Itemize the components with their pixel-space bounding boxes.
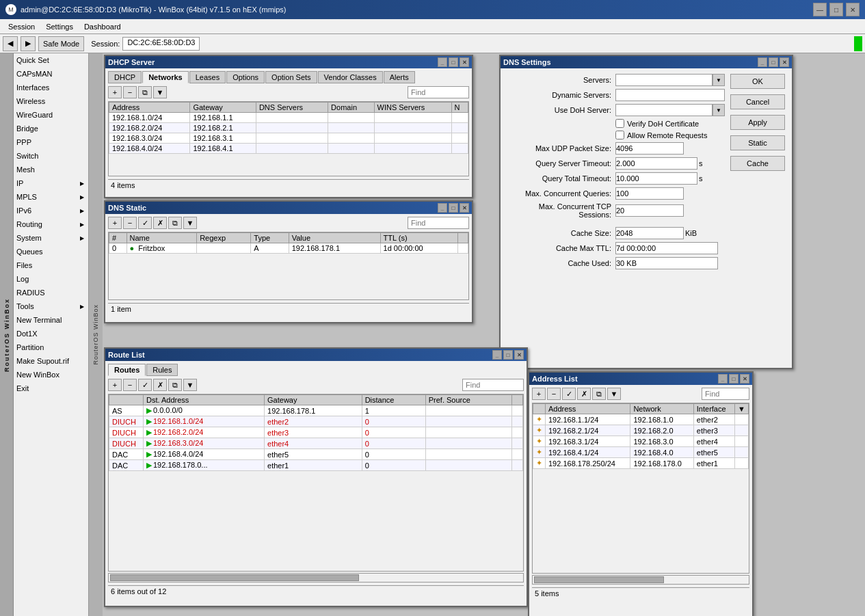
static-button[interactable]: Static [730, 135, 785, 150]
tab-options[interactable]: Options [226, 71, 265, 83]
table-row[interactable]: 192.168.2.0/24 192.168.2.1 [109, 123, 468, 133]
table-row[interactable]: DIUCH ▶192.168.3.0/24 ether4 0 [109, 438, 523, 449]
menu-settings[interactable]: Settings [40, 21, 79, 32]
max-concurrent-tcp-input[interactable] [615, 204, 684, 217]
dhcp-close-btn[interactable]: ✕ [460, 57, 469, 67]
verify-doh-checkbox[interactable] [615, 119, 624, 128]
addr-maximize-btn[interactable]: □ [729, 374, 738, 384]
table-row[interactable]: ✦ 192.168.1.1/24 192.168.1.0 ether2 [533, 414, 749, 425]
dns-settings-close-btn[interactable]: ✕ [780, 57, 789, 67]
col-type[interactable] [109, 395, 144, 405]
col-name[interactable]: Name [127, 233, 197, 243]
dhcp-copy-btn[interactable]: ⧉ [138, 86, 152, 98]
table-row[interactable]: ✦ 192.168.2.1/24 192.168.2.0 ether3 [533, 425, 749, 436]
table-row[interactable]: ✦ 192.168.178.250/24 192.168.178.0 ether… [533, 458, 749, 469]
table-row[interactable]: ✦ 192.168.3.1/24 192.168.3.0 ether4 [533, 436, 749, 447]
addr-disable-btn[interactable]: ✗ [577, 388, 591, 400]
query-timeout-input[interactable] [615, 157, 697, 170]
tab-rules[interactable]: Rules [146, 364, 178, 376]
address-list-titlebar[interactable]: Address List _ □ ✕ [529, 373, 752, 385]
servers-dropdown[interactable]: ▼ [713, 74, 725, 86]
addr-remove-btn[interactable]: − [547, 388, 561, 400]
col-gateway[interactable]: Gateway [190, 103, 256, 113]
apply-button[interactable]: Apply [730, 115, 785, 130]
route-close-btn[interactable]: ✕ [514, 350, 524, 360]
table-row[interactable]: DAC ▶192.168.4.0/24 ether5 0 [109, 449, 523, 460]
tab-alerts[interactable]: Alerts [384, 71, 415, 83]
table-row[interactable]: ✦ 192.168.4.1/24 192.168.4.0 ether5 [533, 447, 749, 458]
tab-networks[interactable]: Networks [142, 71, 189, 83]
back-button[interactable]: ◀ [3, 36, 18, 51]
forward-button[interactable]: ▶ [21, 36, 36, 51]
servers-input[interactable] [615, 74, 713, 86]
col-addr-dropdown[interactable]: ▼ [735, 404, 749, 414]
menu-dashboard[interactable]: Dashboard [79, 21, 127, 32]
col-gw[interactable]: Gateway [265, 395, 362, 405]
col-regexp[interactable]: Regexp [197, 233, 251, 243]
addr-filter-btn[interactable]: ▼ [607, 388, 621, 400]
tab-dhcp[interactable]: DHCP [108, 71, 142, 83]
route-remove-btn[interactable]: − [123, 379, 137, 391]
safe-mode-button[interactable]: Safe Mode [38, 36, 84, 51]
cache-max-ttl-input[interactable] [615, 242, 718, 254]
addr-find-input[interactable] [702, 388, 749, 400]
route-filter-btn[interactable]: ▼ [183, 379, 197, 391]
dns-static-filter-btn[interactable]: ▼ [183, 217, 197, 229]
doh-dropdown[interactable]: ▼ [713, 104, 725, 116]
max-udp-input[interactable] [615, 142, 684, 155]
tab-leases[interactable]: Leases [189, 71, 226, 83]
dhcp-maximize-btn[interactable]: □ [449, 57, 458, 67]
route-find-input[interactable] [462, 379, 524, 391]
table-row[interactable]: DAC ▶192.168.178.0... ether1 0 [109, 460, 523, 471]
query-total-input[interactable] [615, 172, 697, 185]
col-type[interactable]: Type [251, 233, 289, 243]
route-maximize-btn[interactable]: □ [503, 350, 513, 360]
col-dist[interactable]: Distance [362, 395, 425, 405]
tab-option-sets[interactable]: Option Sets [265, 71, 317, 83]
col-addr-network[interactable]: Network [630, 404, 693, 414]
addr-minimize-btn[interactable]: _ [718, 374, 728, 384]
addr-hscroll-thumb[interactable] [534, 576, 664, 583]
table-row[interactable]: DIUCH ▶192.168.1.0/24 ether2 0 [109, 416, 523, 427]
cache-button[interactable]: Cache [730, 156, 785, 171]
col-pref[interactable]: Pref. Source [425, 395, 511, 405]
dns-settings-minimize-btn[interactable]: _ [758, 57, 767, 67]
dhcp-remove-btn[interactable]: − [123, 86, 137, 98]
col-n[interactable]: N [451, 103, 468, 113]
dns-static-close-btn[interactable]: ✕ [460, 203, 469, 213]
table-row[interactable]: 192.168.3.0/24 192.168.3.1 [109, 133, 468, 144]
dns-static-disable-btn[interactable]: ✗ [153, 217, 167, 229]
addr-copy-btn[interactable]: ⧉ [592, 388, 606, 400]
col-num[interactable]: # [109, 233, 127, 243]
dns-settings-maximize-btn[interactable]: □ [769, 57, 778, 67]
route-hscroll-thumb[interactable] [110, 574, 359, 581]
dns-static-copy-btn[interactable]: ⧉ [168, 217, 182, 229]
col-wins[interactable]: WINS Servers [374, 103, 451, 113]
minimize-button[interactable]: — [813, 3, 827, 16]
addr-hscroll[interactable] [532, 575, 749, 585]
dynamic-servers-input[interactable] [615, 89, 725, 101]
route-disable-btn[interactable]: ✗ [153, 379, 167, 391]
route-list-titlebar[interactable]: Route List _ □ ✕ [105, 349, 527, 361]
col-dst[interactable]: Dst. Address [144, 395, 265, 405]
col-addr-address[interactable]: Address [546, 404, 630, 414]
col-dns-servers[interactable]: DNS Servers [256, 103, 328, 113]
dns-static-minimize-btn[interactable]: _ [438, 203, 447, 213]
addr-add-btn[interactable]: + [532, 388, 546, 400]
dns-static-maximize-btn[interactable]: □ [449, 203, 458, 213]
dns-settings-titlebar[interactable]: DNS Settings _ □ ✕ [501, 56, 792, 68]
dhcp-minimize-btn[interactable]: _ [438, 57, 447, 67]
table-row[interactable]: 192.168.4.0/24 192.168.4.1 [109, 144, 468, 154]
dns-static-add-btn[interactable]: + [108, 217, 122, 229]
dhcp-add-btn[interactable]: + [108, 86, 122, 98]
dhcp-server-titlebar[interactable]: DHCP Server _ □ ✕ [105, 56, 472, 68]
col-domain[interactable]: Domain [328, 103, 374, 113]
close-button[interactable]: ✕ [846, 3, 860, 16]
tab-vendor-classes[interactable]: Vendor Classes [318, 71, 383, 83]
col-ttl[interactable]: TTL (s) [380, 233, 457, 243]
maximize-button[interactable]: □ [829, 3, 843, 16]
dns-static-find-input[interactable] [408, 217, 469, 229]
route-add-btn[interactable]: + [108, 379, 122, 391]
cache-size-input[interactable] [615, 227, 684, 239]
dhcp-find-input[interactable] [408, 86, 469, 98]
